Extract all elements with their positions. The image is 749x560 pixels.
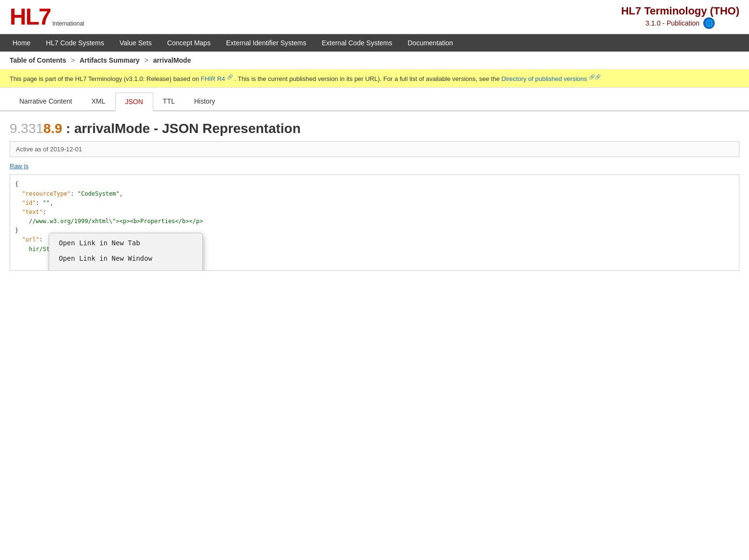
logo-international: International — [53, 20, 84, 27]
section-num-orange: 8.9 — [43, 121, 62, 136]
context-menu: Open Link in New Tab Open Link in New Wi… — [49, 233, 203, 271]
nav-external-code-systems[interactable]: External Code Systems — [314, 34, 400, 52]
code-line-5: //www.w3.org/1999/xhtml\"><p><b>Properti… — [15, 217, 734, 226]
header: HL7 International HL7 Terminology (THO) … — [0, 0, 749, 34]
page-title: 9.3318.9 : arrivalMode - JSON Representa… — [10, 121, 739, 136]
nav-home[interactable]: Home — [5, 34, 38, 52]
status-bar: Active as of 2019-12-01 — [10, 141, 739, 157]
header-title: HL7 Terminology (THO) — [621, 5, 739, 17]
breadcrumb-current: arrivalMode — [153, 56, 191, 64]
context-menu-open-tab-group[interactable]: Open Link in Tab Group › — [49, 266, 202, 271]
code-key-text: "text" — [22, 209, 42, 215]
code-key-id: "id" — [22, 200, 36, 206]
notice-banner: This page is part of the HL7 Terminology… — [0, 69, 749, 88]
code-line-2: "resourceType": "CodeSystem", — [15, 189, 734, 199]
tab-narrative-content[interactable]: Narrative Content — [10, 93, 82, 110]
code-str-1: //www.w3.org/1999/xhtml\"><p><b>Properti… — [29, 218, 203, 225]
logo-hl7: HL7 — [10, 5, 51, 28]
navbar: Home HL7 Code Systems Value Sets Concept… — [0, 34, 749, 52]
header-version: 3.1.0 - Publication 🌐 — [621, 17, 739, 29]
code-line-4: "text": — [15, 208, 734, 217]
nav-concept-maps[interactable]: Concept Maps — [160, 34, 218, 52]
ext-icon-fhir: 🔗 — [227, 74, 233, 80]
breadcrumb-sep2: > — [145, 56, 150, 64]
code-line-3: "id": "", — [15, 199, 734, 208]
nav-documentation[interactable]: Documentation — [400, 34, 461, 52]
tab-history[interactable]: History — [185, 93, 225, 110]
directory-link[interactable]: Directory of published versions 🔗🔗 — [501, 75, 600, 82]
nav-hl7-code-systems[interactable]: HL7 Code Systems — [38, 34, 112, 52]
page-title-text: : arrivalMode - JSON Representation — [62, 121, 301, 136]
logo-area: HL7 International — [10, 5, 84, 28]
fhir-r4-link[interactable]: FHIR R4 🔗 — [201, 75, 232, 82]
breadcrumb-toc[interactable]: Table of Contents — [10, 56, 66, 64]
tab-ttl[interactable]: TTL — [153, 93, 185, 110]
status-text: Active as of 2019-12-01 — [16, 146, 82, 153]
breadcrumb-sep1: > — [71, 56, 77, 64]
breadcrumb-artifacts[interactable]: Artifacts Summary — [80, 56, 140, 64]
tab-xml[interactable]: XML — [82, 93, 115, 110]
tab-json[interactable]: JSON — [115, 93, 153, 111]
context-menu-open-new-tab[interactable]: Open Link in New Tab — [49, 235, 202, 251]
nav-external-identifier-systems[interactable]: External Identifier Systems — [218, 34, 314, 52]
raw-json-link-container: Raw js — [10, 162, 739, 170]
code-line-1: { — [15, 180, 734, 189]
ext-icon-dir: 🔗🔗 — [589, 74, 601, 80]
page-title-section: 9.3318.9 : arrivalMode - JSON Representa… — [0, 111, 749, 141]
breadcrumb: Table of Contents > Artifacts Summary > … — [0, 52, 749, 69]
chevron-right-tab-group: › — [189, 270, 193, 271]
raw-json-link[interactable]: Raw js — [10, 162, 28, 170]
code-key-resourcetype: "resourceType" — [22, 190, 70, 197]
code-container: { "resourceType": "CodeSystem", "id": ""… — [10, 174, 739, 271]
section-num-gray: 9.331 — [10, 121, 43, 136]
tabs-bar: Narrative Content XML JSON TTL History — [0, 93, 749, 111]
code-val-id: "", — [43, 200, 54, 206]
nav-value-sets[interactable]: Value Sets — [112, 34, 160, 52]
header-right: HL7 Terminology (THO) 3.1.0 - Publicatio… — [621, 5, 739, 29]
notice-text-middle: . This is the current published version … — [234, 75, 501, 82]
notice-text-before: This page is part of the HL7 Terminology… — [10, 75, 201, 82]
code-key-url: "url" — [22, 236, 39, 243]
context-menu-open-new-window[interactable]: Open Link in New Window — [49, 251, 202, 266]
globe-icon[interactable]: 🌐 — [703, 17, 715, 29]
code-val-resourcetype: "CodeSystem" — [78, 190, 120, 197]
main-content: Raw js { "resourceType": "CodeSystem", "… — [0, 162, 749, 271]
